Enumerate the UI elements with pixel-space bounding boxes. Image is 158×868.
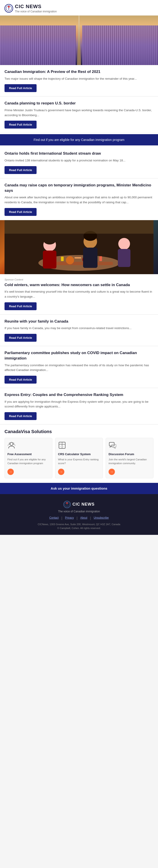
svg-rect-19 xyxy=(99,256,102,261)
article-6: Reunite with your family in Canada If yo… xyxy=(0,315,158,346)
article-8-read-button[interactable]: Read Full Article xyxy=(4,412,36,420)
footer-link-about[interactable]: About xyxy=(80,516,87,520)
article-3: Ontario holds first International Studen… xyxy=(0,147,158,178)
article-6-read-button[interactable]: Read Full Article xyxy=(4,334,36,342)
footer-link-unsubscribe[interactable]: Unsubscribe xyxy=(94,516,109,520)
cic-logo-icon xyxy=(4,4,13,12)
hero-lavender-right xyxy=(82,25,158,65)
site-header: CIC NEWS The voice of Canadian immigrati… xyxy=(0,0,158,16)
svg-point-16 xyxy=(118,238,130,250)
free-assessment-arrow[interactable]: → xyxy=(7,469,14,475)
article-5: Sponsor Content Cold winters, warm welco… xyxy=(0,274,158,314)
article-8-title: Express Entry: Couples and the Comprehen… xyxy=(4,392,154,398)
article-3-title: Ontario holds first International Studen… xyxy=(4,151,154,156)
article-4-excerpt: About one week after launching an ambiti… xyxy=(4,195,154,205)
site-footer: CIC NEWS The voice of Canadian immigrati… xyxy=(0,494,158,535)
ask-button-section[interactable]: Ask us your immigration questions xyxy=(0,483,158,494)
ask-button-text: Ask us your immigration questions xyxy=(51,487,107,490)
svg-rect-9 xyxy=(75,257,81,258)
sponsor-people-group xyxy=(0,220,158,274)
article-7-title: Parliamentary committee publishes study … xyxy=(4,350,154,361)
footer-logo: CIC NEWS xyxy=(4,501,154,508)
article-4-read-button[interactable]: Read Full Article xyxy=(4,208,36,216)
article-2-title: Canada planning to reopen U.S. border xyxy=(4,101,154,106)
site-tagline: The voice of Canadian immigration xyxy=(15,10,57,13)
solutions-grid: Free Assessment Find out if you are elig… xyxy=(4,438,154,478)
footer-logo-text: CIC NEWS xyxy=(73,502,95,507)
forum-icon xyxy=(109,441,151,451)
article-5-title: Cold winters, warm welcomes: How newcome… xyxy=(4,282,154,288)
footer-link-contact[interactable]: Contact xyxy=(49,516,58,520)
svg-rect-17 xyxy=(118,249,130,267)
article-7: Parliamentary committee publishes study … xyxy=(0,346,158,388)
article-2-read-button[interactable]: Read Full Article xyxy=(4,121,36,128)
article-5-read-button[interactable]: Read Full Article xyxy=(4,302,36,310)
hero-image xyxy=(0,16,158,65)
site-logo-text: CIC NEWS xyxy=(15,4,57,9)
crs-calculator-card[interactable]: + - × ÷ CRS Calculator System What is yo… xyxy=(55,438,103,478)
sponsor-label: Sponsor Content xyxy=(4,278,154,281)
article-2: Canada planning to reopen U.S. border Pr… xyxy=(0,97,158,133)
banner-text: Find out if you are eligible for any Can… xyxy=(34,138,124,142)
svg-point-12 xyxy=(43,236,56,245)
svg-rect-20 xyxy=(4,220,154,234)
article-5-excerpt: It's well known that immersing yourself … xyxy=(4,289,154,299)
svg-text:+: + xyxy=(60,442,61,444)
article-7-excerpt: The parliamentary committee on immigrati… xyxy=(4,363,154,373)
article-8-excerpt: If you are applying for immigration thro… xyxy=(4,399,154,409)
crs-icon: + - × ÷ xyxy=(58,441,100,451)
svg-rect-14 xyxy=(83,248,98,268)
article-1-excerpt: Two major issues will shape the trajecto… xyxy=(4,76,154,81)
svg-text:×: × xyxy=(60,446,61,447)
hero-lavender-left xyxy=(0,25,76,65)
svg-point-35 xyxy=(67,502,68,504)
article-2-excerpt: Prime Minister Justin Trudeau's governme… xyxy=(4,108,154,118)
free-assessment-title: Free Assessment xyxy=(7,453,49,456)
footer-logo-icon xyxy=(63,501,71,508)
footer-link-privacy[interactable]: Privacy xyxy=(65,516,74,520)
discussion-forum-card[interactable]: Discussion Forum Join the world's larges… xyxy=(106,438,154,478)
footer-address-line2: © Campbell, Cohen. All rights reserved. xyxy=(4,526,154,530)
article-4: Canada may raise caps on temporary immig… xyxy=(0,179,158,220)
svg-text:÷: ÷ xyxy=(63,446,64,447)
discussion-forum-text: Join the world's largest Canadian immigr… xyxy=(109,458,151,466)
discussion-forum-title: Discussion Forum xyxy=(109,453,151,456)
footer-links: Contact | Privacy | About | Unsubscribe xyxy=(4,516,154,520)
article-6-title: Reunite with your family in Canada xyxy=(4,319,154,324)
discussion-forum-arrow[interactable]: → xyxy=(109,469,115,475)
free-assessment-card[interactable]: Free Assessment Find out if you are elig… xyxy=(4,438,52,478)
crs-calculator-title: CRS Calculator System xyxy=(58,453,100,456)
svg-point-2 xyxy=(8,6,10,8)
svg-rect-11 xyxy=(43,251,56,269)
eligibility-banner[interactable]: Find out if you are eligible for any Can… xyxy=(0,134,158,146)
svg-rect-18 xyxy=(61,257,64,261)
article-1: Canadian Immigration: A Preview of the R… xyxy=(0,65,158,96)
logo-area: CIC NEWS The voice of Canadian immigrati… xyxy=(4,4,154,13)
footer-address-line1: CICNews, 1303 Greene Ave, Suite 200, Wes… xyxy=(4,523,154,527)
crs-calculator-arrow[interactable]: → xyxy=(58,469,64,475)
article-1-read-button[interactable]: Read Full Article xyxy=(4,84,36,92)
article-3-read-button[interactable]: Read Full Article xyxy=(4,166,36,174)
article-4-title: Canada may raise caps on temporary immig… xyxy=(4,183,154,193)
sponsor-image xyxy=(0,220,158,274)
article-8: Express Entry: Couples and the Comprehen… xyxy=(0,388,158,424)
article-1-title: Canadian Immigration: A Preview of the R… xyxy=(4,69,154,74)
svg-point-7 xyxy=(66,256,74,264)
sponsor-scene-svg xyxy=(4,220,154,274)
free-assessment-text: Find out if you are eligible for any Can… xyxy=(7,458,49,466)
article-7-read-button[interactable]: Read Full Article xyxy=(4,376,36,383)
crs-calculator-text: What is your Express Entry ranking score… xyxy=(58,458,100,466)
article-6-excerpt: If you have family in Canada, you may be… xyxy=(4,326,154,331)
footer-tagline: The voice of Canadian immigration xyxy=(4,510,154,513)
article-3-excerpt: Ontario invited 138 international studen… xyxy=(4,158,154,163)
svg-text:-: - xyxy=(63,442,63,444)
solutions-section: CanadaVisa Solutions Free Assessment Fin… xyxy=(0,425,158,478)
free-assessment-icon xyxy=(7,441,49,451)
solutions-title: CanadaVisa Solutions xyxy=(4,429,154,434)
